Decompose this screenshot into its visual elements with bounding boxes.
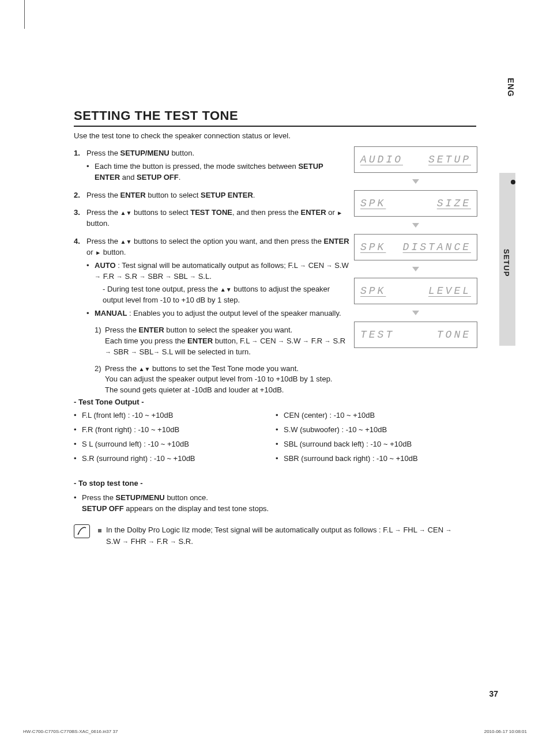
seq-item: FHR [131,537,146,546]
arrow-right-icon [95,248,101,256]
stop-text: appears on the display and test tone sto… [124,504,269,513]
dash-text: During test tone output, press the [107,285,220,293]
footer: HW-C700-C770S-C770BS-XAC_0616.in37 37 20… [23,729,527,734]
seq-item: S.R. [179,537,193,546]
square-bullet-icon [98,529,101,532]
lcd-display: TESTTONE [354,322,477,348]
bullet-dot-icon [511,180,515,184]
seq-item: SBR [114,347,129,356]
option-label: AUTO [95,261,116,270]
bullet-text: . [179,173,181,182]
step-text: or [326,208,337,217]
seq-item: F.R [311,337,323,345]
arrow-to-icon [131,347,137,356]
step-bullet: Each time the button is pressed, the mod… [86,161,351,183]
lcd-text: SPK [360,285,386,297]
arrow-up-icon [120,237,126,245]
footer-left: HW-C700-C770S-C770BS-XAC_0616.in37 37 [23,729,118,734]
arrow-down-icon [144,364,150,373]
step-text: Press the [86,149,120,157]
page-title: SETTING THE TEST TONE [74,108,476,127]
arrow-to-icon [395,526,401,534]
auto-bullet: AUTO : Test signal will be automatically… [86,260,351,306]
seq-item: F.R [103,272,115,281]
seq-item: F.R [157,537,168,546]
seq-item: S.L. [198,272,212,281]
mode-label: SETUP ENTER [201,191,253,199]
arrow-to-icon [153,347,160,356]
arrow-to-icon [148,537,155,546]
option-label: MANUAL [95,309,127,317]
down-arrow-icon [354,304,477,322]
lcd-display: SPKDISTANCE [354,234,477,260]
stop-test-tone: - To stop test tone - Press the SETUP/ME… [74,478,477,515]
mode-label: SETUP OFF [137,173,179,182]
seq-item: S.W [287,337,301,345]
step-text: button. [101,248,126,256]
arrow-to-icon [122,537,129,546]
manual-bullet: MANUAL : Enables you to adjust the outpu… [86,308,351,396]
lcd-text: SPK [360,241,386,253]
arrow-to-icon [446,526,452,534]
sub-text: buttons to set the Test Tone mode you wa… [150,364,299,373]
section-tab: SETUP [499,173,515,346]
step-3: Press the buttons to select TEST TONE, a… [74,207,351,229]
sub-text: button to select the speaker you want. [164,326,293,334]
section-header: - Test Tone Output - [74,398,477,406]
sub-text: You can adjust the speaker output level … [105,375,332,383]
section-header: - To stop test tone - [74,478,477,489]
seq-item: S.W [106,537,120,546]
lcd-display: SPKSIZE [354,190,477,217]
tt-column-left: F.L (front left) : -10 ~ +10dB F.R (fron… [74,411,276,468]
arrow-to-icon [105,347,111,356]
arrow-to-icon [278,337,284,345]
stop-text: button once. [165,493,208,502]
down-arrow-icon [354,217,477,234]
list-item: S L (surround left) : -10 ~ +10dB [74,440,276,448]
button-label: ENTER [139,326,164,334]
sub-text: Press the [105,364,139,373]
seq-item: CEN [428,526,443,534]
mode-label: TEST TONE [190,208,232,217]
step-text: Press the [86,191,120,199]
lcd-display: AUDIOSETUP [354,146,477,173]
seq-item: SBL [140,347,154,356]
button-label: ENTER [324,237,349,245]
seq-item: CEN [260,337,276,345]
lcd-text: SIZE [437,198,471,209]
intro-text: Use the test tone to check the speaker c… [74,131,351,140]
step-text: buttons to select [131,208,190,217]
button-label: ENTER [120,191,146,199]
sub-text: S.L will be selected in turn. [160,347,251,356]
step-4: Press the buttons to select the option y… [74,236,351,396]
arrow-to-icon [165,272,172,281]
num-label: 1) [95,325,101,336]
step-text: . [253,191,255,199]
arrow-down-icon [226,285,232,293]
list-item: F.R (front right) : -10 ~ +10dB [74,425,276,434]
arrow-to-icon [170,537,176,546]
seq-item: SBL [174,272,187,281]
lcd-text: TEST [360,329,394,341]
auto-dash: - During test tone output, press the but… [95,284,351,306]
lcd-text: SPK [360,198,386,209]
arrow-to-icon [326,261,333,270]
list-item: S.W (subwoofer) : -10 ~ +10dB [276,425,477,434]
step-2: Press the ENTER button to select SETUP E… [74,190,351,201]
list-item: CEN (center) : -10 ~ +10dB [276,411,477,419]
list-item: F.L (front left) : -10 ~ +10dB [74,411,276,419]
page-number: 37 [489,689,498,698]
stop-text: Press the [82,493,116,502]
bullet-text: : Test signal will be automatically outp… [116,261,300,270]
arrow-up-icon [220,285,226,293]
arrow-to-icon [300,261,306,270]
step-text: button to select [146,191,201,199]
manual-sub-2: 2) Press the buttons to set the Test Ton… [95,364,351,396]
manual-sub-1: 1) Press the ENTER button to select the … [95,325,351,358]
language-tab: ENG [499,73,515,99]
arrow-up-icon [139,364,145,373]
lcd-text: AUDIO [360,154,403,165]
arrow-to-icon [95,272,101,281]
arrow-up-icon [120,208,126,217]
lcd-text: SETUP [428,154,471,165]
